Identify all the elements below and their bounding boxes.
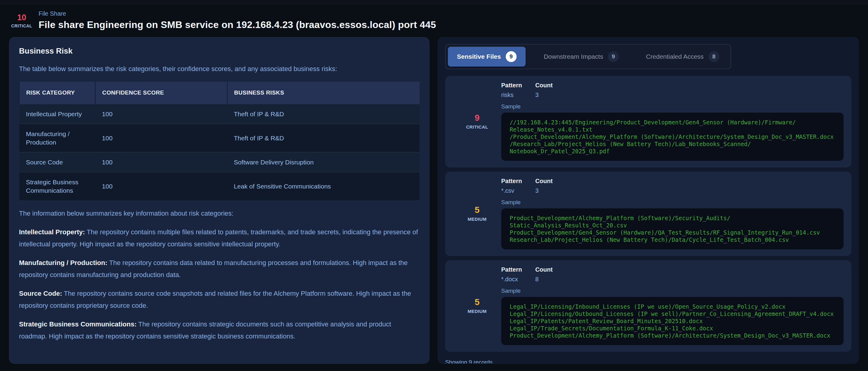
severity-label: CRITICAL [8, 24, 35, 28]
card-severity: 5 MEDIUM [453, 298, 501, 314]
count-label: Count [535, 82, 553, 89]
pattern-count-row: Pattern risks Count 3 [501, 82, 844, 98]
tab-label: Credentialed Access [646, 53, 704, 60]
risk-table-row: Source Code 100 Software Delivery Disrup… [19, 152, 420, 172]
pattern-count-row: Pattern *.csv Count 3 [501, 178, 844, 194]
pattern-label: Pattern [501, 178, 522, 184]
tab-label: Downstream Impacts [544, 53, 603, 60]
pattern-group: Pattern *.docx [501, 266, 522, 283]
count-group: Count 8 [535, 266, 553, 283]
finding-header: 10 CRITICAL File Share File share Engine… [0, 4, 868, 37]
risk-detail-paragraph: Strategic Business Communications: The r… [19, 318, 420, 342]
pattern-value: *.csv [501, 187, 522, 194]
card-severity: 9 CRITICAL [453, 113, 501, 130]
confidence-score-cell: 100 [95, 104, 227, 124]
tab-count-badge: 8 [709, 51, 719, 62]
sample-path: Legal_IP/​Licensing/​Inbound_Licenses (I… [510, 303, 835, 310]
sample-path: Legal_IP/​Patents/​Patent_Review_Board_M… [510, 317, 835, 325]
count-label: Count [535, 266, 553, 273]
count-value: 3 [535, 187, 553, 194]
risk-table-body: Intellectual Property 100 Theft of IP & … [19, 104, 420, 200]
sample-label: Sample [501, 288, 844, 294]
tab-count-badge: 9 [506, 51, 517, 62]
finding-card: 5 MEDIUM Pattern *.docx Count 8 [445, 260, 851, 352]
sample-box: Product_Development/​Alchemy_Platform (S… [501, 208, 844, 249]
risk-category-cell: Intellectual Property [19, 104, 95, 124]
findings-tab[interactable]: Downstream Impacts 9 [535, 47, 628, 67]
count-label: Count [535, 178, 553, 184]
risk-category-cell: Source Code [19, 152, 95, 172]
risk-table-row: Strategic Business Communications 100 Le… [19, 172, 420, 200]
sample-path: /​Research_Lab/​Project_Helios (New Batt… [510, 140, 835, 155]
sample-box: Legal_IP/​Licensing/​Inbound_Licenses (I… [501, 297, 844, 345]
risk-detail-term: Source Code: [19, 290, 62, 297]
sample-path: Product_Development/​Gen4_Sensor (Hardwa… [510, 229, 835, 236]
risk-table-column-header: CONFIDENCE SCORE [95, 81, 227, 104]
pattern-count-row: Pattern *.docx Count 8 [501, 266, 844, 283]
sample-label: Sample [501, 199, 844, 206]
business-risks-cell: Theft of IP & R&D [227, 124, 420, 153]
findings-tab-bar: Sensitive Files 9 Downstream Impacts 9 C… [445, 44, 731, 69]
top-strip [0, 0, 868, 4]
count-value: 8 [535, 276, 553, 283]
pattern-label: Pattern [501, 82, 522, 89]
pattern-group: Pattern *.csv [501, 178, 522, 194]
tab-label: Sensitive Files [457, 53, 501, 60]
risk-detail-term: Intellectual Property: [19, 228, 85, 236]
risk-table-row: Manufacturing / Production 100 Theft of … [19, 124, 420, 153]
risk-detail-term: Strategic Business Communications: [19, 321, 136, 328]
pattern-value: risks [501, 92, 522, 98]
business-risk-panel: Business Risk The table below summarizes… [9, 37, 430, 364]
sample-path: Legal_IP/​Licensing/​Outbound_Licenses (… [510, 310, 835, 317]
risk-table-column-header: RISK CATEGORY [19, 81, 95, 104]
sample-path: Research_Lab/​Project_Helios (New Batter… [510, 236, 835, 243]
card-severity-score: 5 [453, 205, 501, 215]
sample-box: /​/​192.168.4.23:445/​Engineering/​Produ… [501, 113, 844, 161]
sample-path: Legal_IP/​Trade_Secrets/​Documentation_F… [510, 325, 835, 332]
business-risks-cell: Leak of Sensitive Communications [227, 172, 420, 200]
main-content: Business Risk The table below summarizes… [0, 37, 868, 364]
risk-details: Intellectual Property: The repository co… [19, 226, 420, 342]
finding-category: File Share [38, 10, 859, 17]
risk-table-header: RISK CATEGORY CONFIDENCE SCORE BUSINESS … [19, 81, 420, 104]
business-risk-heading: Business Risk [19, 46, 420, 56]
header-severity-badge: 10 CRITICAL [8, 10, 35, 28]
pattern-group: Pattern risks [501, 82, 522, 98]
sample-label: Sample [501, 103, 844, 110]
sample-path: Product_Development/​Alchemy_Platform (S… [510, 332, 835, 339]
findings-list: 9 CRITICAL Pattern risks Count 3 [445, 76, 851, 352]
business-risks-cell: Software Delivery Disruption [227, 152, 420, 172]
card-body: Pattern *.csv Count 3 Sample [501, 178, 844, 249]
risk-category-cell: Strategic Business Communications [19, 172, 95, 200]
risk-category-cell: Manufacturing / Production [19, 124, 95, 153]
risk-table-column-header: BUSINESS RISKS [227, 81, 420, 104]
count-group: Count 3 [535, 82, 553, 98]
risk-detail-paragraph: Intellectual Property: The repository co… [19, 226, 420, 250]
risk-detail-description: The repository contains source code snap… [19, 290, 411, 309]
title-block: File Share File share Engineering on SMB… [38, 10, 859, 30]
severity-score: 10 [8, 13, 35, 22]
finding-card: 5 MEDIUM Pattern *.csv Count 3 [445, 172, 851, 256]
count-group: Count 3 [535, 178, 553, 194]
card-severity: 5 MEDIUM [453, 205, 501, 222]
card-severity-label: MEDIUM [453, 216, 501, 222]
confidence-score-cell: 100 [95, 124, 227, 153]
risk-detail-term: Manufacturing / Production: [19, 259, 107, 267]
findings-tab[interactable]: Sensitive Files 9 [448, 47, 526, 67]
business-risk-intro: The table below summarizes the risk cate… [19, 63, 420, 75]
sample-path: /​/​192.168.4.23:445/​Engineering/​Produ… [510, 119, 835, 133]
findings-tab[interactable]: Credentialed Access 8 [637, 47, 728, 67]
count-value: 3 [535, 92, 553, 98]
finding-card: 9 CRITICAL Pattern risks Count 3 [445, 76, 851, 167]
risk-detail-paragraph: Manufacturing / Production: The reposito… [19, 257, 420, 281]
card-body: Pattern risks Count 3 Sample [501, 82, 844, 161]
pattern-value: *.docx [501, 276, 522, 283]
card-body: Pattern *.docx Count 8 Sample [501, 266, 844, 345]
card-severity-label: MEDIUM [453, 309, 501, 314]
sample-path: /​Product_Development/​Alchemy_Platform … [510, 133, 835, 140]
confidence-score-cell: 100 [95, 152, 227, 172]
card-severity-score: 9 [453, 113, 501, 123]
risk-summary-intro: The information below summarizes key inf… [19, 207, 420, 220]
card-severity-score: 5 [453, 298, 501, 307]
confidence-score-cell: 100 [95, 172, 227, 200]
